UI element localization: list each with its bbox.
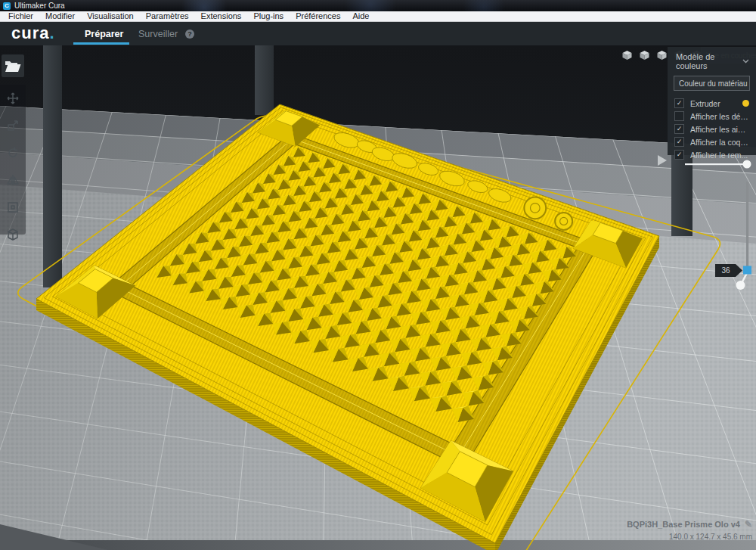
menu-fichier[interactable]: Fichier xyxy=(2,11,39,21)
scale-tool-icon[interactable] xyxy=(5,118,20,136)
menu-visualisation[interactable]: Visualisation xyxy=(81,11,140,21)
menu-aide[interactable]: Aide xyxy=(346,11,375,21)
color-scheme-header[interactable]: Modèle de couleurs xyxy=(668,52,756,70)
job-info: BQPi3H_Base Prisme Olo v4✎ 140.0 x 124.7… xyxy=(627,519,752,541)
mirror-tool-icon[interactable] xyxy=(5,172,20,191)
layer-slider-upper-handle[interactable] xyxy=(743,266,751,275)
checkbox[interactable]: ✓ xyxy=(674,98,684,108)
per-model-settings-tool-icon[interactable] xyxy=(5,200,20,218)
simulation-sliders: 36 xyxy=(650,151,756,303)
monitor-info-icon[interactable]: ? xyxy=(185,30,194,39)
menu-paramtres[interactable]: Paramètres xyxy=(140,11,195,21)
checkbox[interactable]: ✓ xyxy=(674,137,684,147)
menu-extensions[interactable]: Extensions xyxy=(195,11,248,21)
header-bar: cura. Préparer Surveiller ? Vue en couch… xyxy=(0,22,756,45)
view-3d-icon[interactable] xyxy=(621,50,633,64)
menu-plug-ins[interactable]: Plug-ins xyxy=(247,11,290,21)
view-top-icon[interactable] xyxy=(656,50,668,64)
edit-job-name-icon[interactable]: ✎ xyxy=(745,519,752,530)
model-tool-strip xyxy=(0,85,26,235)
view-option-label: Afficher la coque xyxy=(690,138,749,147)
play-button[interactable] xyxy=(658,155,667,166)
cura-logo: cura. xyxy=(11,23,55,43)
menu-modifier[interactable]: Modifier xyxy=(39,11,81,21)
view-options-panel: Modèle de couleurs Couleur du matériau ✓… xyxy=(668,47,756,155)
app-icon: C xyxy=(3,2,11,10)
open-file-button[interactable] xyxy=(2,54,24,77)
color-scheme-select[interactable]: Couleur du matériau xyxy=(674,76,750,91)
job-name[interactable]: BQPi3H_Base Prisme Olo v4 xyxy=(627,520,740,529)
extruder-color-swatch xyxy=(742,100,749,107)
support-blocker-tool-icon[interactable] xyxy=(5,227,20,245)
menu-bar: FichierModifierVisualisationParamètresEx… xyxy=(0,11,756,22)
tab-prepare-underline xyxy=(73,42,129,45)
menu-prfrences[interactable]: Préférences xyxy=(290,11,346,21)
open-folder-icon xyxy=(5,60,21,73)
view-option-label: Extruder xyxy=(690,99,739,108)
layer-tooltip-value: 36 xyxy=(721,266,730,275)
layer-slider-lower-handle[interactable] xyxy=(736,281,745,290)
path-slider-handle[interactable] xyxy=(743,160,751,169)
view-option-row: ✓Extruder xyxy=(668,97,756,110)
move-tool-icon[interactable] xyxy=(5,91,20,109)
checkbox[interactable]: ✓ xyxy=(674,124,684,134)
view-option-label: Afficher les dép... xyxy=(690,112,749,121)
tab-monitor[interactable]: Surveiller xyxy=(138,29,178,39)
view-option-row: ✓Afficher les aides xyxy=(668,123,756,135)
viewport-3d[interactable] xyxy=(0,45,756,550)
view-option-label: Afficher les aides xyxy=(690,125,749,134)
window-title: Ultimaker Cura xyxy=(14,2,65,10)
path-slider-track[interactable] xyxy=(685,163,748,165)
job-dimensions: 140.0 x 124.7 x 45.6 mm xyxy=(627,533,752,541)
title-bar[interactable]: C Ultimaker Cura xyxy=(0,0,756,11)
view-option-row: Afficher les dép... xyxy=(668,110,756,123)
tab-prepare[interactable]: Préparer xyxy=(85,29,123,39)
view-front-icon[interactable] xyxy=(639,50,650,64)
cura-window: C Ultimaker Cura FichierModifierVisualis… xyxy=(0,0,756,550)
rotate-tool-icon[interactable] xyxy=(5,145,20,163)
view-option-row: ✓Afficher la coque xyxy=(668,135,756,148)
chevron-down-icon xyxy=(742,59,748,64)
layer-slider-track-upper[interactable] xyxy=(746,182,748,270)
checkbox[interactable] xyxy=(674,111,684,121)
